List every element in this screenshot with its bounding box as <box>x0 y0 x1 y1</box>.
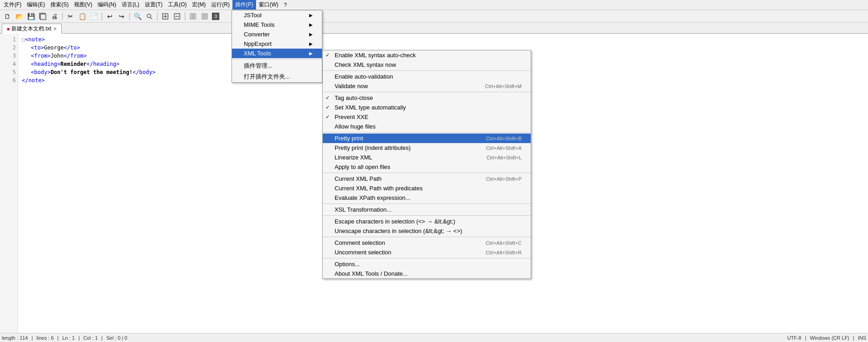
toolbar-undo[interactable]: ↩ <box>104 11 115 21</box>
status-sel: Sel : 0 | 0 <box>106 335 127 341</box>
status-sep-5: | <box>805 335 806 341</box>
tab-icon: ■ <box>7 26 10 31</box>
menu-mime-tools[interactable]: MIME Tools ▶ <box>232 20 322 30</box>
menu-open-plugin-folder[interactable]: 打开插件文件夹... <box>232 71 322 82</box>
status-ln: Ln : 1 <box>62 335 75 341</box>
toolbar-copy[interactable]: 📋 <box>77 11 88 21</box>
xml-unescape-chars[interactable]: Unescape characters in selection (&lt;&g… <box>323 226 531 236</box>
xml-tag-auto-close[interactable]: ✓ Tag auto-close <box>323 93 531 103</box>
xml-sep-8 <box>323 258 531 258</box>
xml-sep-4 <box>323 173 531 173</box>
line-num-3: 3 <box>2 52 16 60</box>
menu-help[interactable]: ? <box>281 1 290 9</box>
xml-comment-selection[interactable]: Comment selection Ctrl+Alt+Shift+C <box>323 238 531 248</box>
xml-prevent-xxe[interactable]: ✓ Prevent XXE <box>323 112 531 122</box>
toolbar-paste[interactable]: 📄 <box>89 11 99 21</box>
menu-search[interactable]: 搜索(S) <box>48 0 71 10</box>
xml-sep-1 <box>323 70 531 71</box>
tabbar: ■ 新建文本文档.txt ✕ <box>0 23 868 34</box>
xml-set-type[interactable]: ✓ Set XML type automatically <box>323 103 531 112</box>
xml-check-syntax-now[interactable]: Check XML syntax now <box>323 60 531 69</box>
status-length: length : 114 <box>2 335 28 341</box>
svg-rect-12 <box>205 14 207 19</box>
menu-language[interactable]: 语言(L) <box>119 0 142 10</box>
toolbar-save[interactable]: 💾 <box>25 11 36 21</box>
toolbar-sep-4 <box>157 12 158 20</box>
svg-rect-1 <box>40 14 46 20</box>
svg-line-3 <box>150 17 152 19</box>
xml-sep-3 <box>323 132 531 133</box>
menu-macro[interactable]: 宏(M) <box>189 0 208 10</box>
menu-view[interactable]: 视图(V) <box>71 0 95 10</box>
toolbar-redo[interactable]: ↪ <box>116 11 127 21</box>
status-sep-6: | <box>853 335 854 341</box>
menu-run[interactable]: 运行(R) <box>208 0 232 10</box>
toolbar-sep-2 <box>102 12 102 20</box>
xml-allow-huge-files[interactable]: Allow huge files <box>323 122 531 131</box>
tab-close-btn[interactable]: ✕ <box>53 26 57 31</box>
xml-pretty-print-indent[interactable]: Pretty print (indent attributes) Ctrl+Al… <box>323 143 531 153</box>
toolbar-zoom-out[interactable] <box>172 11 182 21</box>
tab-new-file[interactable]: ■ 新建文本文档.txt ✕ <box>2 24 62 34</box>
xml-escape-chars[interactable]: Escape characters in selection (<> → &lt… <box>323 217 531 226</box>
xml-sep-7 <box>323 237 531 237</box>
xml-pretty-print[interactable]: Pretty print Ctrl+Alt+Shift+B <box>323 134 531 143</box>
toolbar-sep-5 <box>185 12 185 20</box>
menu-jstool[interactable]: JSTool ▶ <box>232 10 322 20</box>
toolbar-save-all[interactable] <box>37 11 48 21</box>
xml-current-path-predicates[interactable]: Current XML Path with predicates <box>323 183 531 193</box>
svg-rect-10 <box>193 14 196 19</box>
toolbar-sync2[interactable] <box>199 11 210 21</box>
code-line-1: □<note> <box>22 35 864 44</box>
line-num-5: 5 <box>2 68 16 76</box>
xml-apply-all[interactable]: Apply to all open files <box>323 162 531 172</box>
menu-xml-tools[interactable]: XML Tools ▶ <box>232 49 322 58</box>
toolbar-find[interactable]: 🔍 <box>132 11 143 21</box>
xml-enable-syntax-check[interactable]: ✓ Enable XML syntax auto-check <box>323 50 531 60</box>
menu-file[interactable]: 文件(F) <box>1 0 24 10</box>
svg-point-2 <box>147 14 151 18</box>
xml-enable-auto-validation[interactable]: Enable auto-validation <box>323 72 531 81</box>
status-sep-3: | <box>79 335 80 341</box>
line-numbers: 1 2 3 4 5 6 <box>0 34 18 333</box>
plugin-menu-sep <box>232 59 322 59</box>
menu-tools[interactable]: 工具(O) <box>165 0 189 10</box>
xml-evaluate-xpath[interactable]: Evaluate XPath expression... <box>323 193 531 203</box>
toolbar-print[interactable]: 🖨 <box>49 11 60 21</box>
menu-encode[interactable]: 编码(N) <box>95 0 119 10</box>
status-col: Col : 1 <box>84 335 98 341</box>
menu-window[interactable]: 窗口(W) <box>256 0 281 10</box>
toolbar-counter: 3 <box>212 13 219 20</box>
xml-uncomment-selection[interactable]: Uncomment selection Ctrl+Alt+Shift+R <box>323 248 531 257</box>
xml-linearize[interactable]: Linearize XML Ctrl+Alt+Shift+L <box>323 153 531 162</box>
xml-options[interactable]: Options... <box>323 259 531 269</box>
menu-edit[interactable]: 编辑(E) <box>24 0 48 10</box>
xmltools-arrow: ▶ <box>309 51 313 56</box>
plugins-menu: JSTool ▶ MIME Tools ▶ Converter ▶ NppExp… <box>232 10 322 83</box>
line-num-6: 6 <box>2 76 16 84</box>
xml-validate-now[interactable]: Validate now Ctrl+Alt+Shift+M <box>323 81 531 91</box>
status-sep-1: | <box>32 335 33 341</box>
toolbar-zoom-in[interactable] <box>160 11 171 21</box>
xml-sep-5 <box>323 203 531 204</box>
nppexport-arrow: ▶ <box>309 41 313 46</box>
xml-about[interactable]: About XML Tools / Donate... <box>323 269 531 278</box>
xml-sep-2 <box>323 92 531 92</box>
toolbar-sync[interactable] <box>187 11 198 21</box>
toolbar-cut[interactable]: ✂ <box>65 11 76 21</box>
toolbar-sep-3 <box>129 12 130 20</box>
toolbar-new[interactable]: 🗋 <box>2 11 13 21</box>
menu-npp-export[interactable]: NppExport ▶ <box>232 39 322 49</box>
toolbar-find-next[interactable] <box>144 11 155 21</box>
menu-plugins[interactable]: 插件(P) <box>232 0 256 10</box>
toolbar-sep-1 <box>62 12 63 20</box>
status-sep-2: | <box>57 335 59 341</box>
menu-converter[interactable]: Converter ▶ <box>232 30 322 39</box>
xml-current-path[interactable]: Current XML Path Ctrl+Alt+Shift+P <box>323 174 531 183</box>
menu-settings[interactable]: 设置(T) <box>142 0 165 10</box>
toolbar-open[interactable]: 📂 <box>14 11 25 21</box>
xml-sep-6 <box>323 215 531 216</box>
check-tag-auto-close-icon: ✓ <box>326 95 330 101</box>
xml-xsl-transformation[interactable]: XSL Transformation... <box>323 205 531 214</box>
menu-plugin-admin[interactable]: 插件管理... <box>232 60 322 71</box>
